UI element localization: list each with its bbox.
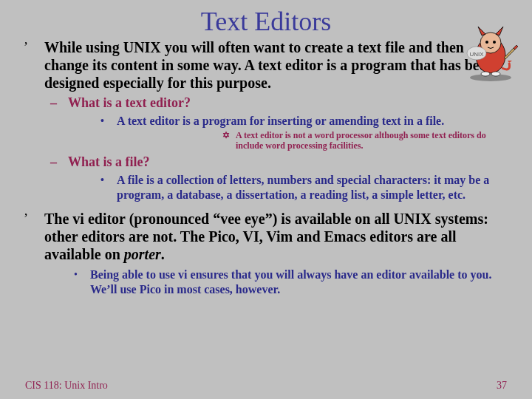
bullet-level3: • A file is a collection of letters, num…: [100, 173, 508, 202]
bullet-text: A text editor is not a word processor al…: [236, 130, 508, 151]
bullet-text: What is a file?: [68, 154, 150, 170]
bullet-mark-l1: ’: [24, 210, 44, 228]
bullet-text: What is a text editor?: [68, 95, 191, 111]
bullet-text: A file is a collection of letters, numbe…: [117, 173, 508, 202]
svg-point-7: [481, 72, 490, 76]
bullet-level1: ’ The vi editor (pronounced “vee eye”) i…: [24, 210, 508, 297]
bullet-level3: • A text editor is a program for inserti…: [100, 114, 508, 151]
bullet-text: Being able to use vi ensures that you wi…: [90, 267, 508, 297]
bsd-daemon-icon: UNIX: [463, 22, 519, 81]
bullet-mark-l1: ’: [24, 38, 44, 56]
bullet-mark-l3: •: [100, 114, 117, 129]
bullet-level3: • Being able to use vi ensures that you …: [74, 267, 508, 297]
page-number: 37: [497, 380, 507, 392]
bullet-level1: ’ While using UNIX you will often want t…: [24, 38, 508, 202]
slide-title: Text Editors: [0, 0, 532, 38]
bullet-mark-l4: ✡: [222, 130, 236, 140]
bullet-text: The vi editor (pronounced “vee eye”) is …: [44, 210, 508, 263]
slide-footer: CIS 118: Unix Intro 37: [25, 380, 507, 392]
bullet-text: While using UNIX you will often want to …: [44, 38, 508, 92]
svg-point-4: [493, 41, 496, 44]
svg-text:UNIX: UNIX: [469, 51, 484, 58]
bullet-level2: – What is a text editor? • A text editor…: [50, 95, 508, 151]
svg-point-8: [491, 72, 500, 76]
svg-point-3: [485, 41, 488, 44]
bullet-mark-l2: –: [50, 95, 68, 111]
svg-point-0: [470, 74, 511, 81]
bullet-mark-l2: –: [50, 154, 68, 170]
bullet-level4: ✡ A text editor is not a word processor …: [222, 130, 508, 151]
bullet-text: A text editor is a program for inserting…: [117, 114, 444, 129]
bullet-level2: – What is a file? • A file is a collecti…: [50, 154, 508, 202]
bullet-mark-l3: •: [74, 267, 90, 282]
bullet-mark-l3: •: [100, 173, 117, 188]
footer-left: CIS 118: Unix Intro: [25, 380, 108, 392]
slide-content: ’ While using UNIX you will often want t…: [0, 38, 532, 297]
